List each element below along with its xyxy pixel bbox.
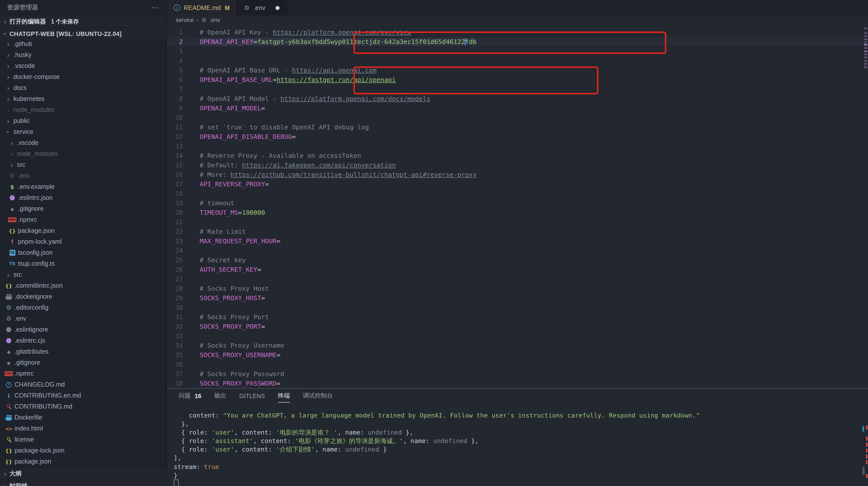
editor-line[interactable]: 8# OpenAI API Model - https://platform.o… xyxy=(167,94,868,104)
editor-line[interactable]: 15# Default: https://ai.fakeopen.com/api… xyxy=(167,160,868,170)
editor-line[interactable]: 38SOCKS_PROXY_PASSWORD= xyxy=(167,379,868,388)
editor-line[interactable]: 28# Socks Proxy Host xyxy=(167,284,868,293)
tree-item-.gitignore[interactable]: ◆.gitignore xyxy=(0,203,166,214)
code-token: = xyxy=(273,76,277,83)
editor-line[interactable]: 30 xyxy=(167,303,868,312)
tree-item-service[interactable]: ›service xyxy=(0,126,166,137)
tree-item-label: CONTRIBUTING.en.md xyxy=(14,392,81,399)
tree-item-CHANGELOG.md[interactable]: CHANGELOG.md xyxy=(0,379,166,390)
tree-item-.commitlintrc.json[interactable]: {}.commitlintrc.json xyxy=(0,280,166,291)
tree-item-package.json[interactable]: {}package.json xyxy=(0,456,166,467)
tree-item-license[interactable]: license xyxy=(0,434,166,445)
more-actions-icon[interactable]: ⋯ xyxy=(152,3,159,11)
breadcrumb-folder[interactable]: service xyxy=(176,17,194,23)
editor-line[interactable]: 9OPENAI_API_MODEL= xyxy=(167,104,868,113)
tree-item-.editorconfig[interactable]: ⚙.editorconfig xyxy=(0,302,166,313)
line-number: 35 xyxy=(167,351,183,359)
editor-line[interactable]: 10 xyxy=(167,113,868,122)
tree-item-.husky[interactable]: ›.husky xyxy=(0,50,166,60)
tree-item-docker-compose[interactable]: ›docker-compose xyxy=(0,72,166,82)
tree-item-src[interactable]: ›src xyxy=(0,269,166,280)
tree-item-.npmrc[interactable]: npm.npmrc xyxy=(0,214,166,225)
tree-item-.env[interactable]: ⚙.env xyxy=(0,313,166,324)
breadcrumb-file[interactable]: .env xyxy=(209,17,220,23)
editor-line[interactable]: 34# Socks Proxy Username xyxy=(167,341,868,350)
tree-item-package-lock.json[interactable]: {}package-lock.json xyxy=(0,445,166,456)
tree-item-src[interactable]: ›src xyxy=(0,159,166,170)
timeline-section[interactable]: › 时间线 xyxy=(0,480,166,486)
code-editor[interactable]: 1# OpenAI API Key - https://platform.ope… xyxy=(167,25,868,388)
tree-item-pnpm-lock.yaml[interactable]: !pnpm-lock.yaml xyxy=(0,236,166,247)
editor-line[interactable]: 25# Secret key xyxy=(167,255,868,265)
editor-line[interactable]: 29SOCKS_PROXY_HOST= xyxy=(167,293,868,303)
code-token: = xyxy=(254,38,257,46)
tree-item-kubernetes[interactable]: ›kubernetes xyxy=(0,93,166,105)
tree-item-index.html[interactable]: <>index.html xyxy=(0,423,166,434)
editor-line[interactable]: 33 xyxy=(167,331,868,341)
line-content: # Socks Proxy Username xyxy=(183,342,284,349)
editor-line[interactable]: 4 xyxy=(167,56,868,65)
panel-tab-调试控制台[interactable]: 调试控制台 xyxy=(303,389,333,403)
tree-item-docs[interactable]: ›docs xyxy=(0,82,166,93)
tree-item-tsup.config.ts[interactable]: TStsup.config.ts xyxy=(0,258,166,269)
line-number: 23 xyxy=(167,237,183,245)
unsaved-dot-icon[interactable] xyxy=(275,6,279,10)
editor-line[interactable]: 35SOCKS_PROXY_USERNAME= xyxy=(167,350,868,360)
tree-item-node-modules[interactable]: ›node_modules xyxy=(0,148,166,159)
tree-item-.vscode[interactable]: ›.vscode xyxy=(0,60,166,72)
tree-item-.eslintrc.json[interactable]: .eslintrc.json xyxy=(0,192,166,203)
tree-item-.eslintrc.cjs[interactable]: .eslintrc.cjs xyxy=(0,335,166,346)
editor-line[interactable]: 12OPENAI_API_DISABLE_DEBUG= xyxy=(167,132,868,141)
editor-line[interactable]: 24 xyxy=(167,246,868,255)
editor-line[interactable]: 19# timeout xyxy=(167,198,868,208)
tree-item-.gitattributes[interactable]: ◆.gitattributes xyxy=(0,346,166,357)
editor-line[interactable]: 16# More: https://github.com/transitive-… xyxy=(167,170,868,179)
project-root-section[interactable]: › CHATGPT-WEB [WSL: UBUNTU-22.04] xyxy=(0,27,166,40)
tree-item-CONTRIBUTING.en.md[interactable]: ↓CONTRIBUTING.en.md xyxy=(0,390,166,401)
tree-item-.env[interactable]: ⚙.env xyxy=(0,170,166,181)
tree-item-package.json[interactable]: {}package.json xyxy=(0,225,166,236)
editor-line[interactable]: 20TIMEOUT_MS=100000 xyxy=(167,208,868,217)
sidebar-bottom-sections: › 大纲 › 时间线 xyxy=(0,467,166,486)
editor-line[interactable]: 13 xyxy=(167,141,868,151)
tree-item-public[interactable]: ›public xyxy=(0,115,166,126)
editor-line[interactable]: 18 xyxy=(167,189,868,198)
terminal-output[interactable]: content: "You are ChatGPT, a large langu… xyxy=(174,411,858,486)
editor-line[interactable]: 23MAX_REQUEST_PER_HOUR= xyxy=(167,236,868,246)
minimap[interactable] xyxy=(864,27,868,87)
tree-item-.npmrc[interactable]: npm.npmrc xyxy=(0,368,166,379)
editor-line[interactable]: 32SOCKS_PROXY_PORT= xyxy=(167,322,868,331)
tree-item-.eslintignore[interactable]: .eslintignore xyxy=(0,324,166,335)
editor-line[interactable]: 27 xyxy=(167,274,868,284)
tree-item-Dockerfile[interactable]: Dockerfile xyxy=(0,412,166,423)
editor-line[interactable]: 21 xyxy=(167,217,868,227)
outline-section[interactable]: › 大纲 xyxy=(0,467,166,480)
panel-tab-终端[interactable]: 终端 xyxy=(278,389,290,403)
editor-line[interactable]: 14# Reverse Proxy - Available on accessT… xyxy=(167,151,868,160)
code-token: = xyxy=(265,180,269,188)
panel-tab-输出[interactable]: 输出 xyxy=(214,389,226,403)
tree-item-.vscode[interactable]: ›.vscode xyxy=(0,137,166,148)
terminal-token: content: xyxy=(174,411,223,419)
editor-line[interactable]: 22# Rate Limit xyxy=(167,227,868,236)
scrollbar-thumb[interactable] xyxy=(863,467,865,475)
panel-tab-问题[interactable]: 问题16 xyxy=(179,389,202,403)
tree-item-.env.example[interactable]: $.env.example xyxy=(0,181,166,192)
tree-item-.dockerignore[interactable]: .dockerignore xyxy=(0,291,166,302)
editor-line[interactable]: 26AUTH_SECRET_KEY= xyxy=(167,265,868,274)
tree-item-label: .vscode xyxy=(13,62,35,69)
editor-line[interactable]: 36 xyxy=(167,360,868,369)
editor-line[interactable]: 37# Socks Proxy Password xyxy=(167,369,868,379)
open-editors-section[interactable]: › 打开的编辑器 1 个未保存 xyxy=(0,15,166,27)
tree-item-tsconfig.json[interactable]: TStsconfig.json xyxy=(0,247,166,258)
tree-item-CONTRIBUTING.md[interactable]: CONTRIBUTING.md xyxy=(0,401,166,412)
editor-line[interactable]: 11# set `true` to disable OpenAI API deb… xyxy=(167,122,868,132)
tree-item-.github[interactable]: ›.github xyxy=(0,38,166,50)
editor-line[interactable]: 17API_REVERSE_PROXY= xyxy=(167,179,868,189)
panel-tab-GITLENS[interactable]: GITLENS xyxy=(239,389,265,403)
tab--env[interactable]: ⚙.env xyxy=(237,0,286,16)
editor-line[interactable]: 31# Socks Proxy Port xyxy=(167,312,868,322)
tab-README-md[interactable]: iREADME.mdM xyxy=(167,0,237,16)
tree-item-node-modules[interactable]: ›node_modules xyxy=(0,105,166,115)
tree-item-.gitignore[interactable]: ◆.gitignore xyxy=(0,357,166,368)
